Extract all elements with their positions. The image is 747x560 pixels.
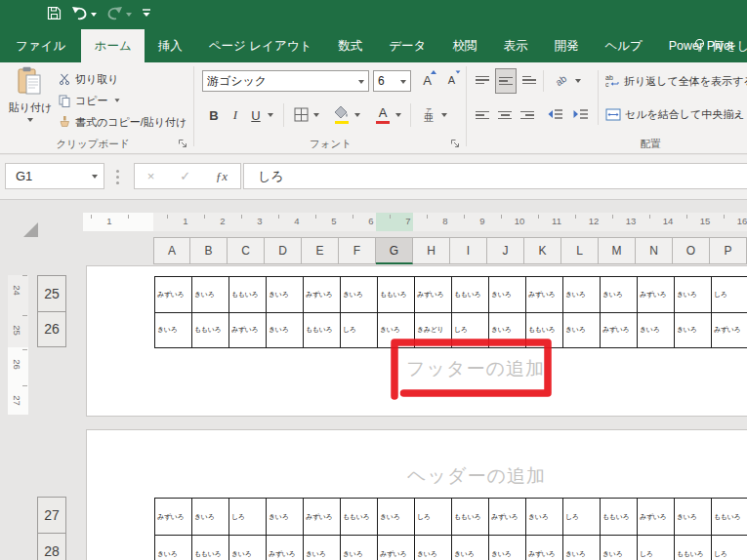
font-color-dropdown-icon[interactable] — [395, 113, 401, 117]
cell-P25[interactable]: しろ — [712, 277, 747, 313]
cell-L28[interactable]: きいろ — [563, 536, 601, 560]
font-size-combo[interactable]: 6 — [373, 70, 411, 92]
cell-F27[interactable]: ももいろ — [341, 499, 378, 536]
cell-F28[interactable]: きいろ — [341, 536, 378, 560]
cell-H26[interactable]: きみどり — [415, 313, 452, 349]
fill-color-dropdown-icon[interactable] — [354, 113, 360, 117]
tab-home[interactable]: ホーム — [81, 29, 145, 62]
column-header-H[interactable]: H — [413, 237, 450, 264]
orientation-dropdown-icon[interactable] — [575, 79, 581, 83]
column-header-N[interactable]: N — [636, 237, 673, 264]
middle-align-button[interactable] — [495, 68, 517, 94]
cell-G28[interactable]: みずいろ — [378, 536, 415, 560]
cell-G25[interactable]: ももいろ — [378, 277, 415, 313]
cell-E25[interactable]: みずいろ — [304, 277, 341, 313]
cell-I28[interactable]: きいろ — [452, 536, 489, 560]
cell-D27[interactable]: きいろ — [267, 499, 304, 536]
column-header-O[interactable]: O — [673, 237, 710, 264]
column-header-G[interactable]: G — [376, 237, 413, 264]
font-name-dropdown-icon[interactable] — [358, 80, 364, 84]
paste-button[interactable]: 貼り付け — [8, 66, 53, 142]
column-header-I[interactable]: I — [450, 237, 487, 264]
save-button[interactable] — [47, 6, 62, 24]
tab-file[interactable]: ファイル — [0, 29, 81, 62]
cell-I25[interactable]: ももいろ — [452, 277, 489, 313]
cell-D25[interactable]: きいろ — [267, 277, 304, 313]
cell-B25[interactable]: きいろ — [192, 277, 229, 313]
cell-G26[interactable]: きいろ — [378, 313, 415, 349]
phonetic-dropdown-icon[interactable] — [441, 113, 447, 117]
tab-data[interactable]: データ — [376, 29, 439, 62]
cell-I27[interactable]: ももいろ — [452, 499, 489, 536]
cell-K28[interactable]: みずいろ — [526, 536, 563, 560]
vertical-ruler[interactable]: 24252627 — [8, 275, 28, 415]
cell-K25[interactable]: みずいろ — [526, 277, 563, 313]
column-header-P[interactable]: P — [710, 237, 747, 264]
bold-button[interactable]: B — [205, 103, 223, 127]
cell-L27[interactable]: しろ — [563, 499, 601, 536]
cell-M26[interactable]: みずいろ — [601, 313, 638, 349]
column-header-M[interactable]: M — [599, 237, 636, 264]
cell-J27[interactable]: みずいろ — [489, 499, 526, 536]
font-name-combo[interactable]: 游ゴシック — [202, 70, 369, 92]
cell-A28[interactable]: きいろ — [155, 536, 192, 560]
align-center-button[interactable] — [495, 103, 515, 127]
horizontal-ruler[interactable]: 112345678910111213141516 — [83, 213, 747, 231]
row-header-26[interactable]: 26 — [37, 311, 66, 348]
cell-I26[interactable]: しろ — [452, 313, 489, 349]
cell-M27[interactable]: ももいろ — [601, 499, 638, 536]
tab-review[interactable]: 校閲 — [439, 29, 490, 62]
tab-view[interactable]: 表示 — [490, 29, 541, 62]
cell-C26[interactable]: みずいろ — [229, 313, 267, 349]
cell-A25[interactable]: みずいろ — [155, 277, 192, 313]
underline-button[interactable]: U — [247, 103, 265, 127]
decrease-indent-button[interactable] — [545, 103, 566, 127]
formula-bar-handle[interactable] — [116, 176, 119, 179]
undo-dropdown-icon[interactable] — [91, 13, 97, 17]
redo-button[interactable] — [106, 6, 132, 24]
cell-J25[interactable]: きいろ — [489, 277, 526, 313]
cell-N27[interactable]: みずいろ — [638, 499, 675, 536]
tab-page-layout[interactable]: ページ レイアウト — [195, 29, 325, 62]
copy-dropdown-icon[interactable] — [114, 99, 119, 101]
font-dialog-launcher[interactable] — [450, 139, 460, 148]
align-left-button[interactable] — [473, 103, 492, 127]
footer-placeholder[interactable]: フッターの追加 — [406, 356, 545, 381]
cell-A27[interactable]: みずいろ — [155, 499, 192, 536]
decrease-font-size-button[interactable]: A — [441, 68, 462, 92]
name-box-dropdown-icon[interactable] — [92, 175, 98, 179]
cell-O28[interactable]: ももいろ — [675, 536, 712, 560]
cell-O26[interactable]: きいろ — [675, 313, 712, 349]
cell-L26[interactable]: きいろ — [563, 313, 601, 349]
cancel-icon[interactable]: × — [147, 169, 155, 183]
header-placeholder[interactable]: ヘッダーの追加 — [407, 463, 546, 489]
cell-G27[interactable]: きいろ — [378, 499, 415, 536]
clipboard-dialog-launcher[interactable] — [178, 139, 187, 148]
cell-D28[interactable]: みずいろ — [267, 536, 304, 560]
tab-insert[interactable]: 挿入 — [145, 29, 195, 62]
cell-C25[interactable]: ももいろ — [229, 277, 267, 313]
tab-formulas[interactable]: 数式 — [325, 29, 376, 62]
cell-F25[interactable]: きいろ — [341, 277, 378, 313]
cell-K26[interactable]: ももいろ — [526, 313, 563, 349]
align-right-button[interactable] — [518, 103, 537, 127]
phonetic-guide-button[interactable]: ア亜 — [418, 103, 439, 127]
row-header-25[interactable]: 25 — [37, 275, 66, 312]
column-header-L[interactable]: L — [561, 237, 599, 264]
copy-button[interactable]: コピー — [59, 92, 120, 109]
cell-N26[interactable]: きいろ — [638, 313, 675, 349]
cell-B27[interactable]: きいろ — [192, 499, 229, 536]
cell-E27[interactable]: みずいろ — [304, 499, 341, 536]
cell-K27[interactable]: きいろ — [526, 499, 563, 536]
column-header-C[interactable]: C — [228, 237, 265, 264]
row-header-28[interactable]: 28 — [37, 533, 66, 560]
column-header-D[interactable]: D — [265, 237, 302, 264]
wrap-text-button[interactable]: abc 折り返して全体を表示する — [605, 70, 747, 92]
cut-button[interactable]: 切り取り — [59, 70, 119, 88]
cell-P28[interactable]: しろ — [712, 536, 747, 560]
column-header-A[interactable]: A — [153, 237, 190, 264]
increase-indent-button[interactable] — [570, 103, 592, 127]
column-header-B[interactable]: B — [190, 237, 228, 264]
row-header-27[interactable]: 27 — [37, 497, 66, 534]
enter-icon[interactable]: ✓ — [180, 169, 190, 183]
